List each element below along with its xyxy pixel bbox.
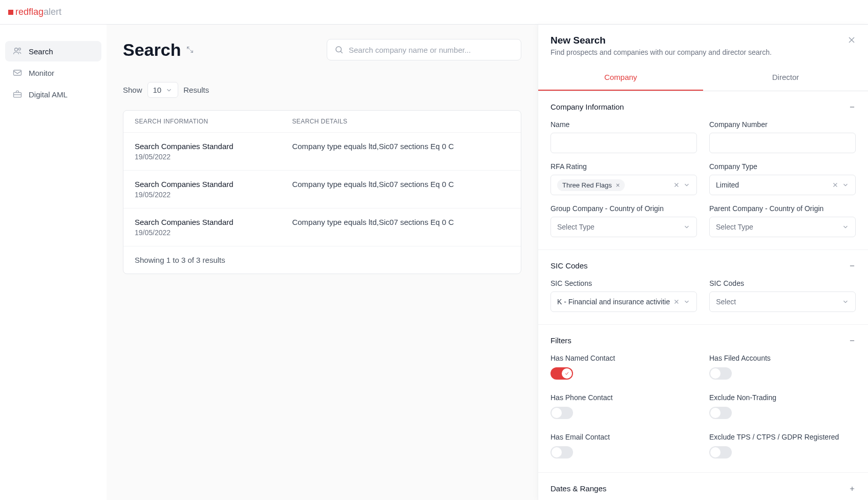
section-title: Company Information — [551, 102, 624, 111]
panel-subtitle: Find prospects and companies with our co… — [551, 48, 856, 56]
clear-icon[interactable] — [673, 181, 680, 189]
section-dates-ranges: Dates & Ranges — [538, 473, 868, 500]
company-search-box[interactable] — [327, 39, 521, 60]
sidebar-item-label: Monitor — [29, 69, 54, 77]
check-icon — [564, 371, 569, 376]
page-title: Search — [123, 40, 181, 60]
section-title: Filters — [551, 336, 571, 345]
search-icon — [334, 45, 344, 54]
section-header-sic-codes[interactable]: SIC Codes — [551, 261, 856, 270]
label-exclude-tps: Exclude TPS / CTPS / GDPR Registered — [709, 433, 856, 441]
svg-point-1 — [18, 48, 20, 50]
sidebar-item-search[interactable]: Search — [5, 41, 101, 61]
logo-text-gray: alert — [44, 7, 61, 17]
table-row[interactable]: Search Companies Standard 19/05/2022 Com… — [123, 132, 521, 170]
close-icon[interactable] — [846, 35, 857, 45]
expand-icon[interactable] — [186, 46, 194, 54]
table-row[interactable]: Search Companies Standard 19/05/2022 Com… — [123, 208, 521, 246]
section-company-information: Company Information Name Company Number … — [538, 91, 868, 250]
sidebar: Search Monitor Digital AML — [0, 25, 107, 500]
results-count-value: 10 — [153, 86, 162, 94]
sidebar-item-monitor[interactable]: Monitor — [5, 62, 101, 83]
sidebar-item-label: Digital AML — [29, 90, 68, 99]
plus-icon — [849, 485, 856, 492]
tab-director[interactable]: Director — [703, 65, 868, 91]
section-header-filters[interactable]: Filters — [551, 336, 856, 345]
row-details: Company type equals ltd,Sic07 sections E… — [292, 142, 510, 161]
toggle-has-filed-accounts[interactable] — [709, 367, 732, 380]
label-rfa-rating: RFA Rating — [551, 162, 697, 171]
select-sic-codes[interactable]: Select — [709, 291, 856, 312]
row-date: 19/05/2022 — [135, 191, 292, 199]
chip-remove-icon[interactable] — [615, 182, 621, 188]
results-count-select[interactable]: 10 — [147, 82, 179, 98]
svg-point-4 — [336, 47, 342, 52]
sidebar-item-digital-aml[interactable]: Digital AML — [5, 84, 101, 105]
label-company-type: Company Type — [709, 162, 856, 171]
select-value: Limited — [716, 181, 739, 189]
row-title: Search Companies Standard — [135, 142, 292, 151]
label-company-number: Company Number — [709, 120, 856, 129]
section-title: SIC Codes — [551, 261, 588, 270]
select-sic-sections[interactable]: K - Financial and insurance activitie — [551, 291, 697, 312]
toggle-has-email-contact[interactable] — [551, 446, 573, 459]
tab-company[interactable]: Company — [538, 65, 703, 91]
sidebar-item-label: Search — [29, 47, 53, 56]
chevron-down-icon — [683, 223, 690, 231]
select-value: K - Financial and insurance activitie — [557, 298, 670, 306]
users-icon — [12, 46, 23, 56]
section-title: Dates & Ranges — [551, 484, 606, 493]
label-has-phone-contact: Has Phone Contact — [551, 393, 697, 402]
table-row[interactable]: Search Companies Standard 19/05/2022 Com… — [123, 170, 521, 208]
select-value: Select Type — [716, 223, 753, 231]
section-header-company-information[interactable]: Company Information — [551, 102, 856, 111]
select-parent-company[interactable]: Select Type — [709, 217, 856, 237]
new-search-panel: New Search Find prospects and companies … — [538, 25, 868, 500]
toggle-exclude-non-trading[interactable] — [709, 407, 732, 419]
label-sic-sections: SIC Sections — [551, 279, 697, 287]
table-footer: Showing 1 to 3 of 3 results — [123, 246, 521, 274]
row-details: Company type equals ltd,Sic07 sections E… — [292, 180, 510, 199]
input-company-number[interactable] — [709, 133, 856, 153]
main-content: Search Show 10 Results SEARCH INFORMATIO… — [107, 25, 538, 500]
row-date: 19/05/2022 — [135, 153, 292, 161]
logo: redflagalert — [8, 7, 61, 17]
results-table: SEARCH INFORMATION SEARCH DETAILS Search… — [123, 110, 521, 274]
envelope-icon — [12, 68, 23, 78]
panel-tabs: Company Director — [538, 65, 868, 91]
chevron-down-icon — [842, 298, 849, 305]
label-parent-company: Parent Company - Country of Origin — [709, 204, 856, 213]
label-has-named-contact: Has Named Contact — [551, 354, 697, 362]
col-search-information: SEARCH INFORMATION — [135, 118, 292, 125]
toggle-exclude-tps[interactable] — [709, 446, 732, 459]
section-filters: Filters Has Named Contact Has Filed Acco… — [538, 325, 868, 473]
svg-rect-2 — [14, 70, 22, 75]
clear-icon[interactable] — [673, 298, 680, 305]
toggle-has-named-contact[interactable] — [551, 367, 573, 380]
show-label: Show — [123, 86, 142, 94]
clear-icon[interactable] — [832, 181, 839, 189]
chevron-down-icon — [842, 223, 849, 231]
chevron-down-icon — [165, 87, 173, 94]
label-has-email-contact: Has Email Contact — [551, 433, 697, 441]
chip-rfa-rating: Three Red Flags — [557, 179, 625, 191]
panel-title: New Search — [551, 35, 856, 46]
select-value: Select Type — [557, 223, 595, 231]
section-header-dates-ranges[interactable]: Dates & Ranges — [551, 484, 856, 493]
label-name: Name — [551, 120, 697, 129]
app-header: redflagalert — [0, 0, 868, 25]
minus-icon — [849, 262, 856, 269]
input-name[interactable] — [551, 133, 697, 153]
select-company-type[interactable]: Limited — [709, 175, 856, 195]
select-value: Select — [716, 298, 736, 306]
select-rfa-rating[interactable]: Three Red Flags — [551, 175, 697, 195]
chevron-down-icon — [683, 298, 690, 305]
select-group-company[interactable]: Select Type — [551, 217, 697, 237]
logo-mark-icon — [8, 10, 13, 15]
results-label: Results — [183, 86, 209, 94]
company-search-input[interactable] — [349, 46, 514, 54]
toggle-has-phone-contact[interactable] — [551, 407, 573, 419]
chip-label: Three Red Flags — [562, 181, 612, 189]
col-search-details: SEARCH DETAILS — [292, 118, 510, 125]
label-exclude-non-trading: Exclude Non-Trading — [709, 393, 856, 402]
